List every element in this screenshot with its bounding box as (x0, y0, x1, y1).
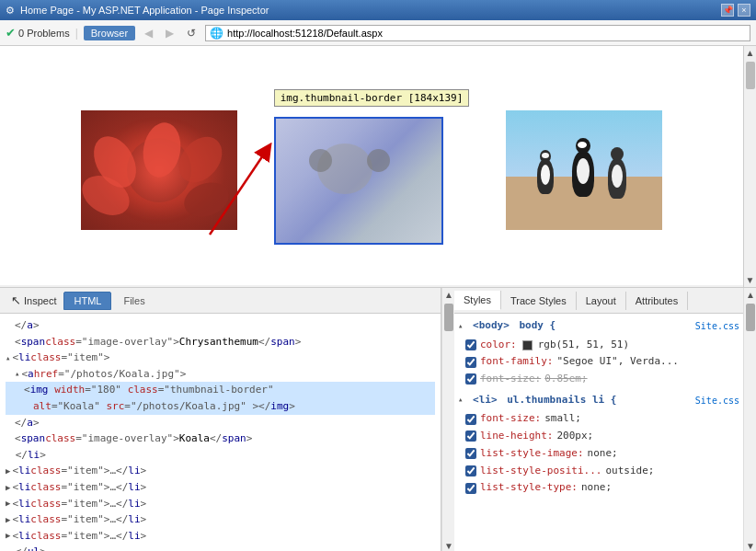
scroll-up-arrow[interactable]: ▲ (744, 46, 756, 60)
bottom-panel: ↖ Inspect HTML Files </a> <span class="i… (0, 287, 756, 551)
cursor-icon: ↖ (11, 293, 21, 307)
styles-panel: Styles Trace Styles Layout Attributes ▴ … (454, 288, 743, 551)
styles-panel-scrollbar[interactable]: ▲ ▼ (743, 288, 756, 551)
scroll-thumb[interactable] (746, 62, 755, 89)
body-source[interactable]: Site.css (695, 318, 739, 334)
style-val-color: rgb(51, 51, 51) (538, 337, 629, 354)
style-checkbox-list-style-position[interactable] (465, 465, 476, 476)
style-val-li-font-size: small; (544, 410, 581, 428)
photo-koala: img.thumbnail-border [184x139] (274, 97, 470, 245)
tree-line-11: ▶ <li class="item" >…</li> (6, 496, 435, 512)
style-checkbox-font-size[interactable] (465, 373, 476, 385)
tree-line-12: ▶ <li class="item" >…</li> (6, 511, 435, 528)
style-prop-line-height: line-height: (480, 428, 553, 445)
tree-line-5[interactable]: <img width="180" class="thumbnail-border… (6, 382, 435, 414)
problems-badge: ✔ 0 Problems (6, 26, 70, 40)
panel-collapse-up[interactable]: ▲ (442, 288, 454, 302)
li-source[interactable]: Site.css (695, 393, 739, 408)
styles-scroll-up[interactable]: ▲ (744, 288, 756, 302)
title-bar: ⚙ Home Page - My ASP.NET Application - P… (0, 0, 756, 20)
tree-line-14: </ul> (6, 544, 435, 551)
tab-attributes[interactable]: Attributes (626, 292, 688, 310)
tab-html[interactable]: HTML (63, 292, 111, 310)
style-row-li-font-size: font-size: small; (458, 410, 739, 428)
style-checkbox-list-style-type[interactable] (465, 483, 476, 494)
photo-chrysanthemum (81, 110, 237, 230)
browser-scrollbar[interactable]: ▲ ▼ (743, 46, 756, 287)
browser-area: img.thumbnail-border [184x139] (0, 46, 743, 285)
photo-penguins (506, 110, 662, 230)
tree-line-6: </a> (6, 415, 435, 431)
style-val-font-size: 0.85em; (544, 371, 587, 388)
inspect-label: Inspect (24, 295, 56, 306)
styles-content: ▴ <body> body { Site.css color: rgb(51, … (454, 314, 743, 500)
tree-line-2: <span class="image-overlay" >Chrysanthem… (6, 334, 435, 350)
panel-scroll-thumb[interactable] (444, 304, 453, 331)
tree-line-8: </li> (6, 447, 435, 464)
tree-line-10: ▶ <li class="item" >…</li> (6, 479, 435, 496)
tree-line-4: ▴ <a href="/photos/Koala.jpg" > (6, 366, 435, 383)
element-tooltip: img.thumbnail-border [184x139] (274, 89, 470, 107)
koala-image (274, 117, 443, 245)
style-checkbox-li-font-size[interactable] (465, 414, 476, 425)
penguins-image (506, 110, 662, 230)
back-button[interactable]: ◀ (141, 25, 156, 41)
tree-line-13: ▶ <li class="item" >…</li> (6, 528, 435, 545)
tab-trace-styles[interactable]: Trace Styles (501, 292, 577, 310)
style-prop-font-size: font-size: (480, 371, 541, 388)
style-row-list-style-type: list-style-type: none; (458, 479, 739, 497)
close-icon: × (741, 6, 746, 15)
problems-count: 0 Problems (18, 28, 70, 39)
html-panel-scrollbar[interactable]: ▲ ▼ (441, 288, 454, 551)
title-bar-icon: ⚙ (6, 5, 15, 17)
tree-line-7: <span class="image-overlay" >Koala </spa… (6, 430, 435, 447)
style-row-font-family: font-family: "Segoe UI", Verda... (458, 353, 739, 371)
style-checkbox-list-style-image[interactable] (465, 448, 476, 459)
tree-line-1: </a> (6, 317, 435, 334)
style-row-color: color: rgb(51, 51, 51) (458, 337, 739, 354)
address-bar: 🌐 http://localhost:51218/Default.aspx (205, 25, 750, 41)
style-row-list-style-position: list-style-positi... outside; (458, 463, 739, 480)
title-bar-text: Home Page - My ASP.NET Application - Pag… (20, 5, 269, 16)
close-button[interactable]: × (738, 4, 750, 17)
pin-icon: 📌 (723, 6, 733, 15)
style-row-list-style-image: list-style-image: none; (458, 445, 739, 463)
chrysanthemum-image (81, 110, 237, 230)
html-tree: </a> <span class="image-overlay" >Chrysa… (0, 314, 441, 551)
tree-line-3: ▴ <li class="item" > (6, 350, 435, 366)
tree-line-9: ▶ <li class="item" >…</li> (6, 463, 435, 479)
refresh-button[interactable]: ↺ (183, 25, 200, 41)
style-checkbox-font-family[interactable] (465, 357, 476, 368)
toolbar: ✔ 0 Problems | Browser ◀ ▶ ↺ 🌐 http://lo… (0, 20, 756, 46)
body-section-header: <body> body { (463, 317, 556, 335)
browser-button[interactable]: Browser (84, 26, 135, 40)
style-prop-color: color: (480, 337, 517, 354)
style-val-list-style-image: none; (588, 445, 618, 463)
style-val-list-style-type: none; (581, 479, 612, 497)
style-val-font-family: "Segoe UI", Verda... (556, 353, 678, 371)
address-text: http://localhost:51218/Default.aspx (227, 28, 383, 39)
style-row-font-size: font-size: 0.85em; (458, 371, 739, 388)
styles-tabs: Styles Trace Styles Layout Attributes (454, 288, 743, 314)
inspect-button[interactable]: ↖ Inspect (6, 292, 62, 309)
style-prop-list-style-position: list-style-positi... (480, 463, 601, 480)
style-prop-list-style-image: list-style-image: (480, 445, 584, 463)
style-checkbox-color[interactable] (465, 339, 476, 350)
style-val-list-style-position: outside; (605, 463, 654, 480)
styles-scroll-down[interactable]: ▼ (744, 539, 756, 551)
tab-styles[interactable]: Styles (454, 291, 501, 310)
html-panel: ↖ Inspect HTML Files </a> <span class="i… (0, 288, 441, 551)
scroll-down-arrow[interactable]: ▼ (744, 273, 756, 287)
tabs-bar: ↖ Inspect HTML Files (0, 288, 441, 314)
pin-button[interactable]: 📌 (721, 4, 734, 17)
color-swatch (522, 340, 533, 350)
panel-collapse-down[interactable]: ▼ (442, 539, 454, 551)
globe-icon: 🌐 (210, 27, 223, 40)
styles-scroll-thumb[interactable] (746, 304, 755, 331)
li-section-header: <li> ul.thumbnails li { (463, 392, 616, 409)
tab-layout[interactable]: Layout (577, 292, 626, 310)
style-prop-list-style-type: list-style-type: (480, 479, 578, 497)
style-checkbox-line-height[interactable] (465, 430, 476, 442)
forward-button[interactable]: ▶ (162, 25, 178, 41)
tab-files[interactable]: Files (113, 292, 155, 310)
